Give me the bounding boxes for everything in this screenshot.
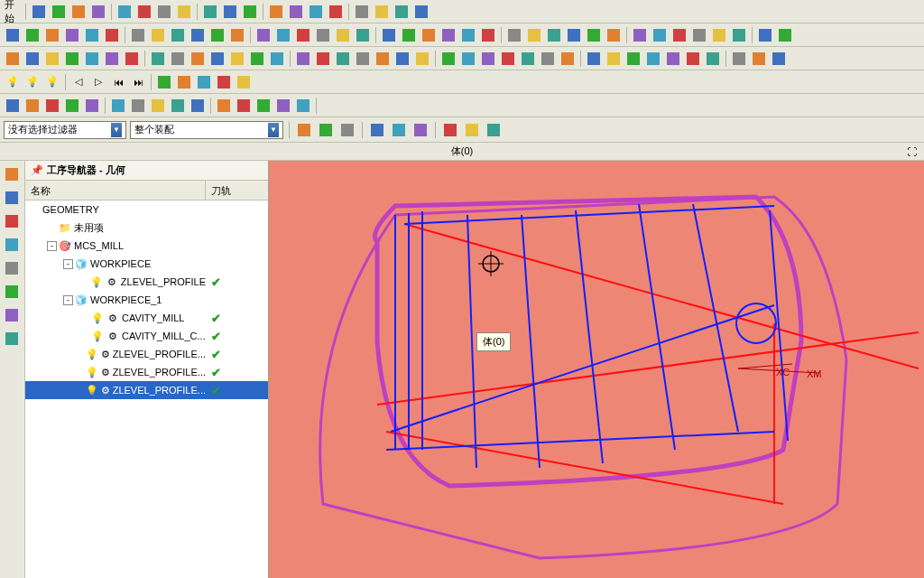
tool-icon[interactable]: [169, 97, 187, 115]
tool-icon[interactable]: [63, 97, 81, 115]
tool-icon[interactable]: [750, 50, 768, 68]
tool-icon[interactable]: [730, 50, 748, 68]
tool-icon[interactable]: [605, 50, 623, 68]
tool-icon[interactable]: [539, 50, 557, 68]
tool-icon[interactable]: [149, 50, 167, 68]
tool-icon[interactable]: [69, 3, 88, 21]
tool-icon[interactable]: [317, 121, 335, 139]
tool-icon[interactable]: [294, 26, 312, 44]
tool-icon[interactable]: [704, 50, 722, 68]
tool-icon[interactable]: [624, 50, 642, 68]
tool-icon[interactable]: [235, 73, 253, 91]
tool-icon[interactable]: [4, 97, 22, 115]
tool-icon[interactable]: [221, 3, 239, 21]
tool-icon[interactable]: [155, 3, 173, 21]
bulb-icon[interactable]: 💡: [43, 73, 61, 91]
tool-icon[interactable]: [459, 26, 477, 44]
tree-row[interactable]: 💡⚙ZLEVEL_PROFILE...✔: [25, 363, 268, 381]
rewind-icon[interactable]: ⏮: [109, 73, 127, 91]
tool-icon[interactable]: [565, 26, 583, 44]
tool-icon[interactable]: [525, 26, 543, 44]
nav-icon[interactable]: [2, 188, 22, 208]
tool-icon[interactable]: [393, 50, 411, 68]
nav-icon[interactable]: [2, 258, 22, 278]
viewport-3d[interactable]: 体(0) XC XM: [269, 161, 924, 578]
tool-icon[interactable]: [116, 3, 134, 21]
tree-expander[interactable]: -: [63, 295, 73, 305]
tool-icon[interactable]: [83, 97, 101, 115]
tool-icon[interactable]: [228, 26, 246, 44]
tool-icon[interactable]: [756, 26, 774, 44]
tree-row[interactable]: 💡⚙ZLEVEL_PROFILE...✔: [25, 381, 268, 399]
tool-icon[interactable]: [149, 26, 167, 44]
tool-icon[interactable]: [412, 3, 430, 21]
tool-icon[interactable]: [776, 26, 794, 44]
tree-row[interactable]: 💡⚙ZLEVEL_PROFILE✔: [25, 273, 268, 291]
tool-icon[interactable]: [441, 121, 459, 139]
tool-icon[interactable]: [651, 26, 669, 44]
tool-icon[interactable]: [380, 26, 398, 44]
tool-icon[interactable]: [287, 3, 305, 21]
tool-icon[interactable]: [109, 97, 127, 115]
nav-icon[interactable]: [2, 235, 22, 255]
tool-icon[interactable]: [690, 26, 708, 44]
tool-icon[interactable]: [368, 121, 386, 139]
tool-icon[interactable]: [103, 26, 121, 44]
tool-icon[interactable]: [169, 50, 187, 68]
tool-icon[interactable]: [354, 26, 372, 44]
tool-icon[interactable]: [254, 97, 273, 115]
tool-icon[interactable]: [83, 50, 101, 68]
tree-expander[interactable]: -: [47, 241, 57, 251]
tool-icon[interactable]: [4, 26, 22, 44]
tool-icon[interactable]: [420, 26, 438, 44]
tool-icon[interactable]: [710, 26, 728, 44]
assembly-filter-dropdown[interactable]: 整个装配 ▼: [130, 121, 283, 139]
pin-icon[interactable]: 📌: [31, 164, 43, 176]
tool-icon[interactable]: [353, 3, 371, 21]
tool-icon[interactable]: [439, 26, 457, 44]
tool-icon[interactable]: [479, 26, 497, 44]
tool-icon[interactable]: [208, 50, 226, 68]
tool-icon[interactable]: [373, 3, 391, 21]
tool-icon[interactable]: [770, 50, 788, 68]
tool-icon[interactable]: [519, 50, 537, 68]
tree-row[interactable]: 📁未用项: [25, 219, 268, 237]
tool-icon[interactable]: [631, 26, 649, 44]
tool-icon[interactable]: [307, 3, 325, 21]
tool-icon[interactable]: [605, 26, 623, 44]
tool-icon[interactable]: [155, 73, 173, 91]
tool-icon[interactable]: [241, 3, 259, 21]
tool-icon[interactable]: [215, 73, 233, 91]
tool-icon[interactable]: [314, 50, 332, 68]
tool-icon[interactable]: [135, 3, 153, 21]
tool-icon[interactable]: [175, 73, 193, 91]
tool-icon[interactable]: [338, 121, 356, 139]
tool-icon[interactable]: [175, 3, 193, 21]
nav-icon[interactable]: [2, 282, 22, 302]
tree-row[interactable]: 💡⚙CAVITY_MILL_C...✔: [25, 327, 268, 345]
tool-icon[interactable]: [215, 97, 233, 115]
nav-icon[interactable]: [2, 164, 22, 184]
col-name-header[interactable]: 名称: [25, 181, 206, 200]
tool-icon[interactable]: [274, 26, 292, 44]
tree-row[interactable]: GEOMETRY: [25, 200, 268, 219]
tool-icon[interactable]: [103, 50, 121, 68]
tool-icon[interactable]: [670, 26, 688, 44]
tool-icon[interactable]: [559, 50, 577, 68]
tool-icon[interactable]: [267, 3, 285, 21]
tool-icon[interactable]: [129, 97, 147, 115]
tool-icon[interactable]: [413, 50, 431, 68]
tool-icon[interactable]: [23, 50, 42, 68]
tool-icon[interactable]: [393, 3, 411, 21]
tool-icon[interactable]: [354, 50, 372, 68]
tree-row[interactable]: -🧊WORKPIECE: [25, 255, 268, 273]
tool-icon[interactable]: [664, 50, 682, 68]
tree-row[interactable]: 💡⚙CAVITY_MILL✔: [25, 309, 268, 327]
tool-icon[interactable]: [189, 97, 207, 115]
tool-icon[interactable]: [485, 121, 503, 139]
tool-icon[interactable]: [189, 26, 207, 44]
tree-row[interactable]: -🎯MCS_MILL: [25, 237, 268, 255]
tool-icon[interactable]: [390, 121, 408, 139]
tool-icon[interactable]: [585, 26, 603, 44]
tool-icon[interactable]: [23, 97, 42, 115]
